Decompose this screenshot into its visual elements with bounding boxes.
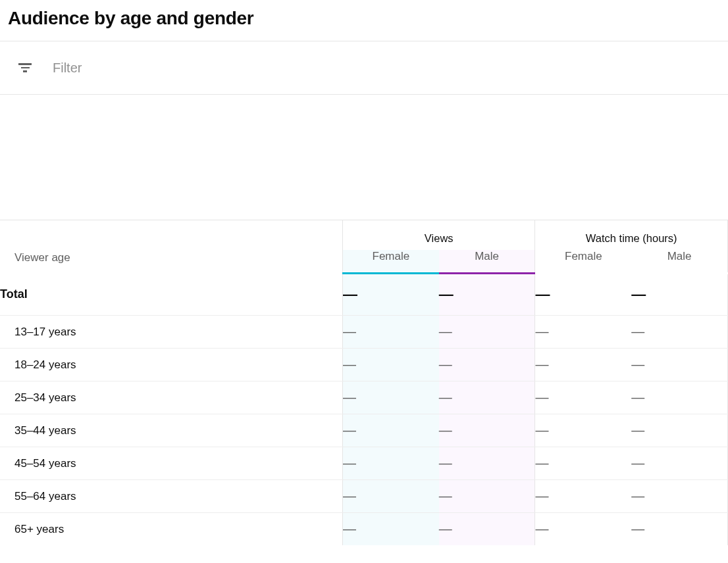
cell-views-female: — bbox=[342, 513, 438, 546]
row-label: 25–34 years bbox=[0, 381, 342, 414]
table-row-total[interactable]: Total — — — — bbox=[0, 274, 728, 316]
cell-views-male: — bbox=[439, 349, 535, 381]
row-label: 65+ years bbox=[0, 513, 342, 546]
row-label: 13–17 years bbox=[0, 316, 342, 349]
cell-views-female: — bbox=[342, 447, 438, 480]
row-label: 18–24 years bbox=[0, 349, 342, 381]
column-header-age[interactable]: Viewer age bbox=[0, 220, 342, 274]
cell-views-male: — bbox=[439, 480, 535, 513]
filter-icon[interactable] bbox=[17, 60, 33, 76]
cell-watch-female: — bbox=[535, 349, 631, 381]
table-row[interactable]: 25–34 years — — — — bbox=[0, 381, 728, 414]
cell-watch-female: — bbox=[535, 480, 631, 513]
table-body: Total — — — — 13–17 years — — — — 18–24 … bbox=[0, 274, 728, 546]
cell-watch-female: — bbox=[535, 381, 631, 414]
page-title: Audience by age and gender bbox=[8, 8, 720, 29]
column-header-watch-male[interactable]: Male bbox=[631, 250, 727, 274]
table-row[interactable]: 35–44 years — — — — bbox=[0, 414, 728, 447]
column-header-watch-female[interactable]: Female bbox=[535, 250, 631, 274]
column-group-views[interactable]: Views bbox=[342, 220, 535, 251]
cell-watch-male: — bbox=[631, 381, 727, 414]
row-label: 35–44 years bbox=[0, 414, 342, 447]
cell-watch-male: — bbox=[631, 513, 727, 546]
cell-watch-male: — bbox=[631, 274, 727, 316]
cell-views-male: — bbox=[439, 316, 535, 349]
cell-watch-male: — bbox=[631, 480, 727, 513]
cell-views-female: — bbox=[342, 480, 438, 513]
page-header: Audience by age and gender bbox=[0, 0, 728, 41]
column-group-watch-time[interactable]: Watch time (hours) bbox=[535, 220, 728, 251]
cell-watch-female: — bbox=[535, 513, 631, 546]
cell-watch-female: — bbox=[535, 316, 631, 349]
cell-views-male: — bbox=[439, 274, 535, 316]
cell-views-female: — bbox=[342, 381, 438, 414]
table-row[interactable]: 55–64 years — — — — bbox=[0, 480, 728, 513]
cell-views-male: — bbox=[439, 381, 535, 414]
row-label: Total bbox=[0, 274, 342, 316]
filter-input[interactable] bbox=[53, 61, 316, 76]
table-row[interactable]: 65+ years — — — — bbox=[0, 513, 728, 546]
cell-watch-male: — bbox=[631, 349, 727, 381]
cell-views-male: — bbox=[439, 414, 535, 447]
cell-views-female: — bbox=[342, 349, 438, 381]
cell-watch-male: — bbox=[631, 316, 727, 349]
column-header-views-male[interactable]: Male bbox=[439, 250, 535, 274]
cell-views-male: — bbox=[439, 513, 535, 546]
table-row[interactable]: 45–54 years — — — — bbox=[0, 447, 728, 480]
cell-views-female: — bbox=[342, 414, 438, 447]
row-label: 55–64 years bbox=[0, 480, 342, 513]
row-label: 45–54 years bbox=[0, 447, 342, 480]
cell-watch-male: — bbox=[631, 414, 727, 447]
cell-views-male: — bbox=[439, 447, 535, 480]
cell-watch-female: — bbox=[535, 447, 631, 480]
column-header-views-female[interactable]: Female bbox=[342, 250, 438, 274]
filter-bar bbox=[0, 41, 728, 95]
cell-watch-female: — bbox=[535, 274, 631, 316]
cell-watch-male: — bbox=[631, 447, 727, 480]
audience-table: Viewer age Views Watch time (hours) Fema… bbox=[0, 220, 728, 545]
table-row[interactable]: 18–24 years — — — — bbox=[0, 349, 728, 381]
table-row[interactable]: 13–17 years — — — — bbox=[0, 316, 728, 349]
cell-views-female: — bbox=[342, 274, 438, 316]
cell-watch-female: — bbox=[535, 414, 631, 447]
chart-area-spacer bbox=[0, 95, 728, 220]
cell-views-female: — bbox=[342, 316, 438, 349]
